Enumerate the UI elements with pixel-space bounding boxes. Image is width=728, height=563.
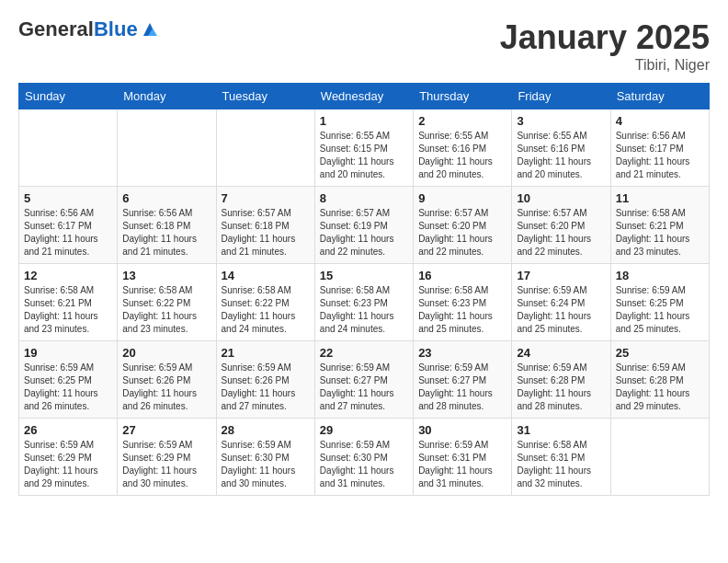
day-number: 1 [320,114,408,128]
calendar-week-row: 1Sunrise: 6:55 AM Sunset: 6:15 PM Daylig… [19,109,710,187]
calendar-cell: 3Sunrise: 6:55 AM Sunset: 6:16 PM Daylig… [512,109,610,187]
header-thursday: Thursday [414,84,512,109]
calendar-cell: 22Sunrise: 6:59 AM Sunset: 6:27 PM Dayli… [314,341,413,419]
logo: GeneralBlue [18,18,160,40]
calendar-cell: 28Sunrise: 6:59 AM Sunset: 6:30 PM Dayli… [216,419,314,496]
day-number: 6 [122,191,210,205]
calendar-cell [216,109,314,187]
calendar-cell: 2Sunrise: 6:55 AM Sunset: 6:16 PM Daylig… [414,109,512,187]
day-info: Sunrise: 6:56 AM Sunset: 6:17 PM Dayligh… [616,130,704,181]
header-friday: Friday [512,84,610,109]
calendar-cell: 30Sunrise: 6:59 AM Sunset: 6:31 PM Dayli… [414,419,512,496]
day-number: 4 [616,114,704,128]
calendar-cell: 4Sunrise: 6:56 AM Sunset: 6:17 PM Daylig… [610,109,709,187]
day-info: Sunrise: 6:59 AM Sunset: 6:26 PM Dayligh… [222,362,310,413]
calendar-week-row: 12Sunrise: 6:58 AM Sunset: 6:21 PM Dayli… [19,264,710,341]
calendar-cell: 1Sunrise: 6:55 AM Sunset: 6:15 PM Daylig… [314,109,413,187]
day-number: 16 [418,269,506,282]
calendar-cell: 20Sunrise: 6:59 AM Sunset: 6:26 PM Dayli… [118,341,216,419]
header: GeneralBlue January 2025 Tibiri, Niger [18,18,710,74]
header-monday: Monday [118,84,216,109]
calendar-cell: 15Sunrise: 6:58 AM Sunset: 6:23 PM Dayli… [314,264,413,341]
calendar-cell: 8Sunrise: 6:57 AM Sunset: 6:19 PM Daylig… [314,187,413,264]
day-number: 21 [222,346,310,360]
day-info: Sunrise: 6:59 AM Sunset: 6:28 PM Dayligh… [517,362,605,413]
day-info: Sunrise: 6:59 AM Sunset: 6:24 PM Dayligh… [517,284,605,336]
day-info: Sunrise: 6:59 AM Sunset: 6:26 PM Dayligh… [122,362,210,413]
calendar-cell: 21Sunrise: 6:59 AM Sunset: 6:26 PM Dayli… [216,341,314,419]
day-number: 18 [616,269,704,282]
day-info: Sunrise: 6:58 AM Sunset: 6:22 PM Dayligh… [222,284,310,336]
day-info: Sunrise: 6:56 AM Sunset: 6:17 PM Dayligh… [24,207,112,259]
calendar-week-row: 19Sunrise: 6:59 AM Sunset: 6:25 PM Dayli… [19,341,710,419]
day-info: Sunrise: 6:58 AM Sunset: 6:23 PM Dayligh… [418,284,506,336]
calendar-cell: 27Sunrise: 6:59 AM Sunset: 6:29 PM Dayli… [118,419,216,496]
day-info: Sunrise: 6:59 AM Sunset: 6:25 PM Dayligh… [24,362,112,413]
calendar-cell: 5Sunrise: 6:56 AM Sunset: 6:17 PM Daylig… [19,187,118,264]
calendar-week-row: 5Sunrise: 6:56 AM Sunset: 6:17 PM Daylig… [19,187,710,264]
calendar-cell: 24Sunrise: 6:59 AM Sunset: 6:28 PM Dayli… [512,341,610,419]
day-number: 8 [320,191,408,205]
day-info: Sunrise: 6:58 AM Sunset: 6:31 PM Dayligh… [517,439,605,490]
day-info: Sunrise: 6:59 AM Sunset: 6:30 PM Dayligh… [320,439,408,490]
calendar-cell: 29Sunrise: 6:59 AM Sunset: 6:30 PM Dayli… [314,419,413,496]
day-info: Sunrise: 6:57 AM Sunset: 6:18 PM Dayligh… [222,207,310,259]
day-info: Sunrise: 6:56 AM Sunset: 6:18 PM Dayligh… [122,207,210,259]
calendar-cell: 14Sunrise: 6:58 AM Sunset: 6:22 PM Dayli… [216,264,314,341]
calendar-cell: 19Sunrise: 6:59 AM Sunset: 6:25 PM Dayli… [19,341,118,419]
day-info: Sunrise: 6:57 AM Sunset: 6:20 PM Dayligh… [517,207,605,259]
calendar-cell: 18Sunrise: 6:59 AM Sunset: 6:25 PM Dayli… [610,264,709,341]
calendar-cell: 13Sunrise: 6:58 AM Sunset: 6:22 PM Dayli… [118,264,216,341]
day-number: 20 [122,346,210,360]
day-number: 26 [24,423,112,437]
day-number: 22 [320,346,408,360]
day-info: Sunrise: 6:57 AM Sunset: 6:20 PM Dayligh… [418,207,506,259]
day-number: 10 [517,191,605,205]
logo-blue-text: Blue [94,17,138,40]
day-info: Sunrise: 6:59 AM Sunset: 6:31 PM Dayligh… [418,439,506,490]
header-wednesday: Wednesday [314,84,413,109]
calendar-header: Sunday Monday Tuesday Wednesday Thursday… [19,84,710,109]
logo-general-text: General [18,17,94,40]
header-sunday: Sunday [19,84,118,109]
page: GeneralBlue January 2025 Tibiri, Niger S… [0,0,728,505]
calendar-cell: 16Sunrise: 6:58 AM Sunset: 6:23 PM Dayli… [414,264,512,341]
calendar-cell: 10Sunrise: 6:57 AM Sunset: 6:20 PM Dayli… [512,187,610,264]
calendar-body: 1Sunrise: 6:55 AM Sunset: 6:15 PM Daylig… [19,109,710,496]
calendar-cell [19,109,118,187]
calendar-cell: 25Sunrise: 6:59 AM Sunset: 6:28 PM Dayli… [610,341,709,419]
day-number: 28 [222,423,310,437]
day-number: 7 [222,191,310,205]
main-title: January 2025 [500,18,710,57]
day-number: 15 [320,269,408,282]
day-number: 3 [517,114,605,128]
day-info: Sunrise: 6:59 AM Sunset: 6:27 PM Dayligh… [320,362,408,413]
day-info: Sunrise: 6:59 AM Sunset: 6:28 PM Dayligh… [616,362,704,413]
day-info: Sunrise: 6:58 AM Sunset: 6:21 PM Dayligh… [24,284,112,336]
days-header-row: Sunday Monday Tuesday Wednesday Thursday… [19,84,710,109]
day-number: 5 [24,191,112,205]
calendar-cell: 31Sunrise: 6:58 AM Sunset: 6:31 PM Dayli… [512,419,610,496]
day-number: 19 [24,346,112,360]
day-number: 24 [517,346,605,360]
day-number: 2 [418,114,506,128]
logo-icon [140,19,160,40]
subtitle: Tibiri, Niger [500,57,710,74]
calendar-cell: 11Sunrise: 6:58 AM Sunset: 6:21 PM Dayli… [610,187,709,264]
calendar-cell: 9Sunrise: 6:57 AM Sunset: 6:20 PM Daylig… [414,187,512,264]
day-number: 31 [517,423,605,437]
header-saturday: Saturday [610,84,709,109]
day-number: 30 [418,423,506,437]
day-info: Sunrise: 6:57 AM Sunset: 6:19 PM Dayligh… [320,207,408,259]
day-number: 25 [616,346,704,360]
calendar-table: Sunday Monday Tuesday Wednesday Thursday… [18,83,710,496]
day-info: Sunrise: 6:59 AM Sunset: 6:30 PM Dayligh… [222,439,310,490]
day-number: 11 [616,191,704,205]
calendar-cell [610,419,709,496]
day-number: 14 [222,269,310,282]
calendar-cell: 17Sunrise: 6:59 AM Sunset: 6:24 PM Dayli… [512,264,610,341]
calendar-cell [118,109,216,187]
calendar-cell: 6Sunrise: 6:56 AM Sunset: 6:18 PM Daylig… [118,187,216,264]
day-info: Sunrise: 6:58 AM Sunset: 6:21 PM Dayligh… [616,207,704,259]
calendar-cell: 12Sunrise: 6:58 AM Sunset: 6:21 PM Dayli… [19,264,118,341]
